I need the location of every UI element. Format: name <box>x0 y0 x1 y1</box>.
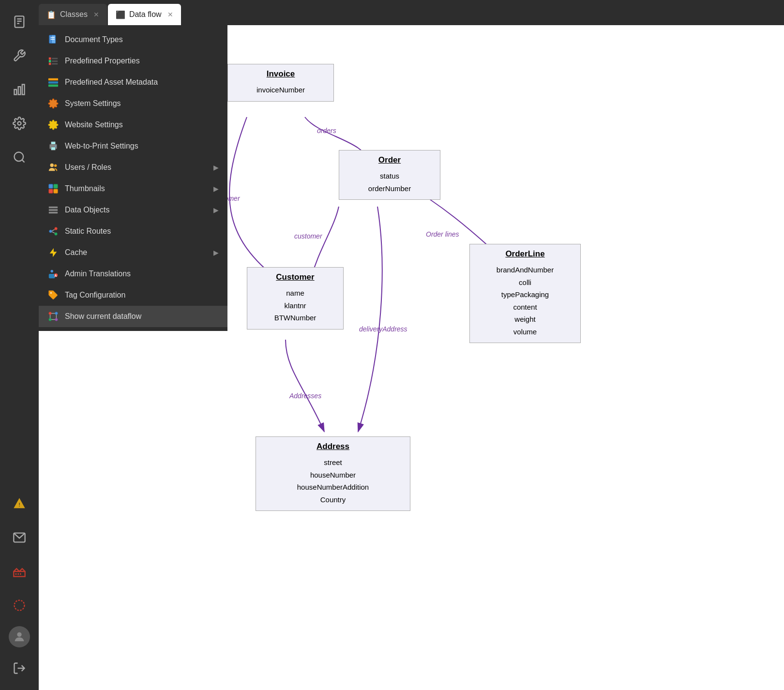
menu-item-system-settings-label: System Settings <box>65 99 219 108</box>
tab-dataflow[interactable]: ⬛ Data flow ✕ <box>108 4 181 25</box>
menu-item-document-types[interactable]: Document Types <box>39 29 227 50</box>
svg-rect-29 <box>52 63 58 65</box>
dropdown-menu: Document Types Predefined Properties <box>39 25 227 331</box>
svg-point-58 <box>50 292 52 294</box>
class-box-order[interactable]: Order statusorderNumber <box>339 150 440 200</box>
menu-tag-configuration-icon <box>47 289 59 301</box>
menu-show-current-dataflow-icon <box>47 311 59 322</box>
menu-item-users-roles-label: Users / Roles <box>65 163 208 172</box>
class-box-customer-fields: nameklantnrBTWNumber <box>247 285 343 329</box>
sidebar-icon-settings[interactable] <box>0 106 39 140</box>
menu-website-settings-icon <box>47 119 59 131</box>
menu-item-predefined-properties-label: Predefined Properties <box>65 57 219 65</box>
svg-point-7 <box>18 122 21 125</box>
class-box-invoice-title: Invoice <box>228 64 333 82</box>
menu-document-types-icon <box>47 34 59 45</box>
class-box-invoice[interactable]: Invoice invoiceNumber <box>227 64 334 102</box>
svg-line-52 <box>52 232 55 233</box>
menu-item-cache-label: Cache <box>65 248 208 257</box>
sidebar-icon-logout[interactable] <box>0 651 39 685</box>
sidebar-icon-document[interactable] <box>0 5 39 39</box>
svg-rect-45 <box>49 207 58 209</box>
svg-line-51 <box>52 229 55 231</box>
menu-item-predefined-properties[interactable]: Predefined Properties <box>39 50 227 72</box>
class-box-invoice-fields: invoiceNumber <box>228 82 333 101</box>
menu-item-data-objects-arrow: ▶ <box>213 206 219 214</box>
svg-point-49 <box>55 227 58 230</box>
menu-item-web-to-print-settings-label: Web-to-Print Settings <box>65 142 219 150</box>
class-box-address[interactable]: Address streethouseNumberhouseNumberAddi… <box>256 436 410 511</box>
menu-item-show-current-dataflow[interactable]: Show current dataflow <box>39 306 227 327</box>
menu-item-show-current-dataflow-label: Show current dataflow <box>65 312 219 321</box>
menu-item-tag-configuration-label: Tag Configuration <box>65 291 219 300</box>
menu-item-users-roles[interactable]: Users / Roles ▶ <box>39 157 227 178</box>
avatar[interactable] <box>9 626 30 647</box>
svg-point-62 <box>55 318 58 321</box>
svg-rect-31 <box>48 81 58 84</box>
class-box-orderline[interactable]: OrderLine brandAndNumbercollitypePackagi… <box>469 244 581 343</box>
svg-text:!: ! <box>18 501 20 508</box>
menu-item-admin-translations[interactable]: A Admin Translations <box>39 263 227 285</box>
menu-item-data-objects-label: Data Objects <box>65 206 208 214</box>
menu-item-predefined-asset-metadata[interactable]: Predefined Asset Metadata <box>39 72 227 93</box>
menu-item-website-settings-label: Website Settings <box>65 120 219 129</box>
svg-point-40 <box>54 165 57 167</box>
svg-rect-25 <box>49 60 51 62</box>
svg-rect-27 <box>52 58 58 60</box>
svg-marker-53 <box>50 248 57 257</box>
menu-item-thumbnails[interactable]: Thumbnails ▶ <box>39 178 227 199</box>
sidebar: ! <box>0 0 39 690</box>
menu-item-data-objects[interactable]: Data Objects ▶ <box>39 199 227 221</box>
sidebar-icon-factory[interactable] <box>0 555 39 588</box>
content-area: Document Types Predefined Properties <box>39 25 784 690</box>
svg-point-18 <box>17 632 21 637</box>
svg-point-48 <box>49 230 52 233</box>
sidebar-icon-mail[interactable] <box>0 521 39 555</box>
menu-item-document-types-label: Document Types <box>65 35 219 44</box>
svg-point-50 <box>55 233 58 236</box>
menu-item-thumbnails-label: Thumbnails <box>65 184 208 193</box>
menu-item-static-routes[interactable]: Static Routes <box>39 221 227 242</box>
svg-text:A: A <box>55 274 57 277</box>
class-box-customer[interactable]: Customer nameklantnrBTWNumber <box>247 267 344 330</box>
menu-item-cache-arrow: ▶ <box>213 249 219 256</box>
class-box-address-fields: streethouseNumberhouseNumberAdditionCoun… <box>256 454 410 510</box>
sidebar-icon-search[interactable] <box>0 140 39 174</box>
menu-item-predefined-asset-metadata-label: Predefined Asset Metadata <box>65 78 219 87</box>
svg-rect-6 <box>22 85 25 95</box>
svg-point-60 <box>55 312 58 315</box>
svg-rect-26 <box>49 63 51 65</box>
menu-predefined-properties-icon <box>47 55 59 67</box>
tab-classes-close[interactable]: ✕ <box>93 11 99 18</box>
menu-cache-icon <box>47 247 59 258</box>
menu-static-routes-icon <box>47 225 59 237</box>
tab-dataflow-close[interactable]: ✕ <box>167 11 173 18</box>
menu-item-web-to-print-settings[interactable]: Web-to-Print Settings <box>39 135 227 157</box>
menu-item-system-settings[interactable]: System Settings <box>39 93 227 114</box>
menu-item-tag-configuration[interactable]: Tag Configuration <box>39 285 227 306</box>
menu-item-thumbnails-arrow: ▶ <box>213 185 219 193</box>
svg-line-9 <box>22 160 24 162</box>
menu-system-settings-icon <box>47 98 59 109</box>
sidebar-icon-chart[interactable] <box>0 73 39 106</box>
menu-item-cache[interactable]: Cache ▶ <box>39 242 227 263</box>
sidebar-icon-wrench[interactable] <box>0 39 39 73</box>
svg-rect-55 <box>49 274 55 278</box>
tab-classes[interactable]: 📋 Classes ✕ <box>39 4 107 25</box>
svg-point-54 <box>51 270 54 273</box>
sidebar-icon-warning[interactable]: ! <box>0 487 39 521</box>
menu-item-website-settings[interactable]: Website Settings <box>39 114 227 135</box>
svg-point-39 <box>50 164 54 167</box>
main-area: 📋 Classes ✕ ⬛ Data flow ✕ <box>39 0 784 690</box>
menu-item-static-routes-label: Static Routes <box>65 227 219 236</box>
menu-item-admin-translations-label: Admin Translations <box>65 270 219 278</box>
svg-rect-37 <box>51 142 55 145</box>
tab-dataflow-label: Data flow <box>129 10 162 19</box>
tab-bar: 📋 Classes ✕ ⬛ Data flow ✕ <box>39 0 784 25</box>
svg-rect-41 <box>49 184 53 188</box>
svg-rect-42 <box>54 184 58 188</box>
tab-dataflow-icon: ⬛ <box>116 10 125 19</box>
svg-rect-32 <box>48 85 58 87</box>
sidebar-icon-dashed-circle[interactable] <box>0 588 39 622</box>
class-box-address-title: Address <box>256 437 410 454</box>
